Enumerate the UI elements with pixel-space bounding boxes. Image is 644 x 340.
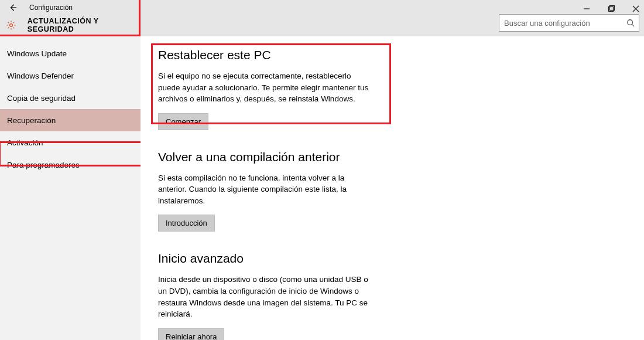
section-previous-build: Volver a una compilación anterior Si est…	[158, 150, 375, 232]
body: Windows Update Windows Defender Copia de…	[0, 36, 644, 340]
sidebar-item-windows-defender[interactable]: Windows Defender	[0, 64, 141, 87]
search-box[interactable]	[499, 14, 639, 32]
section-desc: Si esta compilación no te funciona, inte…	[158, 172, 375, 207]
svg-rect-3	[610, 6, 615, 11]
app-title: Configuración	[29, 4, 73, 12]
section-title: Volver a una compilación anterior	[158, 150, 375, 164]
section-desc: Si el equipo no se ejecuta correctamente…	[158, 70, 375, 105]
settings-window: Configuración ACTUALIZACIÓN Y SEGURIDAD	[0, 0, 644, 340]
svg-rect-2	[609, 7, 614, 12]
titlebar-left: Configuración ACTUALIZACIÓN Y SEGURIDAD	[0, 0, 141, 36]
maximize-button[interactable]	[605, 3, 617, 15]
previous-build-button[interactable]: Introducción	[158, 215, 215, 232]
section-title: ACTUALIZACIÓN Y SEGURIDAD	[28, 17, 141, 33]
titlebar: Configuración ACTUALIZACIÓN Y SEGURIDAD	[0, 0, 644, 36]
search-input[interactable]	[499, 19, 622, 28]
svg-line-7	[632, 25, 635, 27]
section-advanced-startup: Inicio avanzado Inicia desde un disposit…	[158, 251, 375, 340]
sidebar-item-label: Copia de seguridad	[7, 94, 76, 103]
sidebar: Windows Update Windows Defender Copia de…	[0, 36, 141, 340]
sidebar-item-label: Recuperación	[7, 116, 56, 125]
sidebar-item-windows-update[interactable]: Windows Update	[0, 42, 141, 64]
svg-point-6	[628, 20, 633, 25]
close-button[interactable]	[630, 3, 642, 15]
svg-point-0	[10, 24, 13, 27]
search-icon	[622, 15, 639, 31]
sidebar-item-backup[interactable]: Copia de seguridad	[0, 87, 141, 109]
section-title: Inicio avanzado	[158, 251, 375, 266]
minimize-button[interactable]	[581, 3, 592, 15]
sidebar-item-activation[interactable]: Activación	[0, 131, 141, 154]
reset-start-button[interactable]: Comenzar	[158, 113, 208, 130]
section-desc: Inicia desde un dispositivo o disco (com…	[158, 274, 375, 319]
sidebar-item-developers[interactable]: Para programadores	[0, 154, 141, 176]
back-button[interactable]	[7, 2, 19, 13]
section-reset-pc: Restablecer este PC Si el equipo no se e…	[158, 48, 375, 130]
gear-icon	[6, 19, 17, 31]
section-title: Restablecer este PC	[158, 48, 375, 62]
sidebar-item-label: Para programadores	[7, 161, 80, 169]
sidebar-item-label: Windows Update	[7, 49, 67, 58]
restart-now-button[interactable]: Reiniciar ahora	[158, 328, 224, 340]
sidebar-item-label: Activación	[7, 138, 43, 147]
sidebar-item-label: Windows Defender	[7, 72, 74, 80]
content: Restablecer este PC Si el equipo no se e…	[141, 36, 644, 340]
sidebar-item-recovery[interactable]: Recuperación	[0, 109, 141, 131]
